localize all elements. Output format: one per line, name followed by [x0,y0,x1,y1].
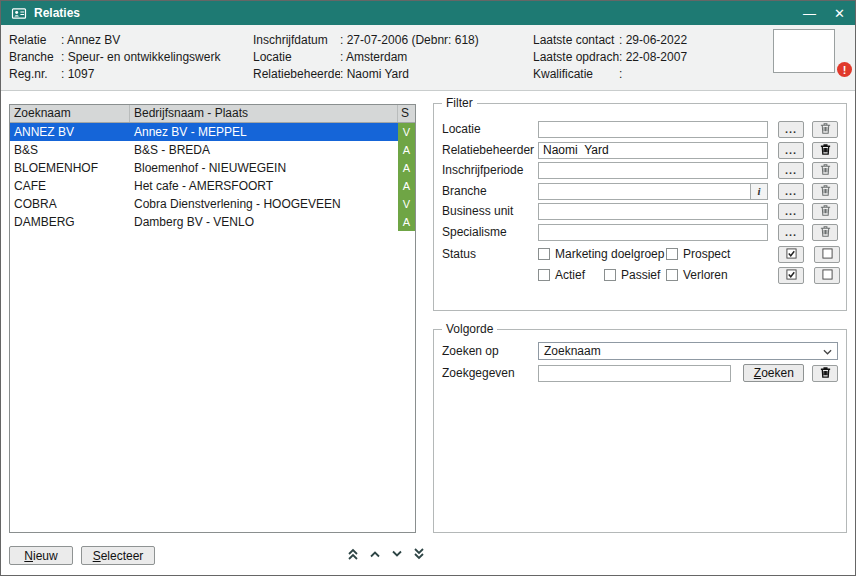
chevron-down-icon [390,547,404,564]
table-row[interactable]: COBRA Cobra Dienstverlening - HOOGEVEEN … [10,195,415,213]
zoeken-button[interactable]: Zoeken [743,364,804,382]
status-option: Marketing doelgroep [538,247,666,261]
alert-badge-icon[interactable]: ! [837,62,852,77]
cell-zoeknaam: BLOEMENHOF [10,159,130,177]
checkbox-label: Prospect [683,247,730,261]
column-header-bedrijfsnaam[interactable]: Bedrijfsnaam - Plaats [130,105,398,122]
business-unit-lookup-button[interactable]: ... [778,203,804,220]
business-unit-clear-button[interactable] [812,203,838,220]
double-chevron-down-icon [412,547,426,564]
checkbox-label: Marketing doelgroep [555,247,664,261]
actief-checkbox[interactable] [538,269,550,281]
branche-input[interactable] [538,183,751,200]
table-row[interactable]: B&S B&S - BREDA A [10,141,415,159]
header-info: Relatie: Annez BV Branche: Speur- en ont… [1,25,855,91]
specialisme-input[interactable] [538,224,768,241]
cell-zoeknaam: B&S [10,141,130,159]
field-label: Branche [9,49,61,66]
zoekgegeven-label: Zoekgegeven [442,366,538,380]
next-record-button[interactable] [389,547,405,563]
header-field: Relatie: Annez BV [9,32,220,49]
branche-clear-button[interactable] [812,183,838,200]
inschrijfperiode-lookup-button[interactable]: ... [778,162,804,179]
status-label: Status [442,247,538,261]
cell-status: A [398,159,415,177]
field-value: : [619,66,622,83]
status-option: Actief [538,268,604,282]
relatiebeheerder-lookup-button[interactable]: ... [778,142,804,159]
inschrijfperiode-clear-button[interactable] [812,162,838,179]
status-option: Passief [604,268,666,282]
cell-bedrijfsnaam: Annez BV - MEPPEL [130,123,398,141]
field-label: Reg.nr. [9,66,61,83]
table-row[interactable]: DAMBERG Damberg BV - VENLO A [10,213,415,231]
titlebar-buttons: — ✕ [803,7,845,20]
header-field: Branche: Speur- en ontwikkelingswerk [9,49,220,66]
trash-icon [819,143,832,158]
branche-info-button[interactable]: i [751,183,768,200]
filter-row-locatie: Locatie ... [442,120,838,138]
filter-row-specialisme: Specialisme ... [442,223,838,241]
zoekgegeven-input[interactable] [538,365,731,382]
status-row2-uncheck-all-button[interactable] [814,267,840,284]
status-row2-check-all-button[interactable] [778,267,804,284]
table-row[interactable]: ANNEZ BV Annez BV - MEPPEL V [10,123,415,141]
table-header-row: Zoeknaam Bedrijfsnaam - Plaats S [10,105,415,123]
field-value: : Amsterdam [340,49,407,66]
verloren-checkbox[interactable] [666,269,678,281]
zoekgegeven-row: Zoekgegeven Zoeken [442,364,838,382]
inschrijfperiode-input[interactable] [538,162,768,179]
trash-icon [819,163,832,178]
last-record-button[interactable] [411,547,427,563]
filter-row-relatiebeheerder: Relatiebeheerder ... [442,141,838,159]
checkbox-label: Verloren [683,268,728,282]
relatiebeheerder-clear-button[interactable] [812,142,838,159]
unchecked-box-icon [822,248,833,261]
volgorde-group-title: Volgorde [442,322,497,336]
marketing-doelgroep-checkbox[interactable] [538,248,550,260]
specialisme-clear-button[interactable] [812,224,838,241]
first-record-button[interactable] [345,547,361,563]
record-navigation [345,547,427,563]
specialisme-lookup-button[interactable]: ... [778,224,804,241]
field-label: Relatie [9,32,61,49]
locatie-clear-button[interactable] [812,121,838,138]
close-button[interactable]: ✕ [834,7,845,20]
column-header-zoeknaam[interactable]: Zoeknaam [10,105,130,122]
branche-lookup-button[interactable]: ... [778,183,804,200]
status-row1-check-all-button[interactable] [778,246,804,263]
column-header-status[interactable]: S [398,105,415,122]
nieuw-button[interactable]: Nieuw [9,546,73,565]
filter-label: Business unit [442,204,538,218]
status-row-2: Actief Passief Verloren [442,266,838,284]
cell-zoeknaam: DAMBERG [10,213,130,231]
locatie-lookup-button[interactable]: ... [778,121,804,138]
table-row[interactable]: CAFE Het cafe - AMERSFOORT A [10,177,415,195]
double-chevron-up-icon [346,547,360,564]
passief-checkbox[interactable] [604,269,616,281]
field-value: : Annez BV [61,32,120,49]
header-field: Inschrijfdatum: 27-07-2006 (Debnr: 618) [253,32,479,49]
zoekgegeven-clear-button[interactable] [812,365,838,382]
relatiebeheerder-input[interactable] [538,142,768,159]
table-row[interactable]: BLOEMENHOF Bloemenhof - NIEUWEGEIN A [10,159,415,177]
selecteer-button[interactable]: Selecteer [81,546,155,565]
header-field: Relatiebeheerde: Naomi Yard [253,66,479,83]
status-row1-uncheck-all-button[interactable] [814,246,840,263]
header-field: Kwalificatie: [533,66,687,83]
relations-table: Zoeknaam Bedrijfsnaam - Plaats S ANNEZ B… [9,104,416,533]
filter-label: Relatiebeheerder [442,143,538,157]
checked-box-icon [786,269,797,282]
field-label: Inschrijfdatum [253,32,340,49]
zoeken-op-select[interactable]: Zoeknaam [538,342,838,360]
relaties-window: Relaties — ✕ Relatie: Annez BV Branche: … [0,0,856,576]
field-value: : 27-07-2006 (Debnr: 618) [340,32,479,49]
cell-bedrijfsnaam: Het cafe - AMERSFOORT [130,177,398,195]
zoeken-op-value: Zoeknaam [544,344,601,358]
business-unit-input[interactable] [538,203,768,220]
previous-record-button[interactable] [367,547,383,563]
prospect-checkbox[interactable] [666,248,678,260]
locatie-input[interactable] [538,121,768,138]
minimize-button[interactable]: — [803,7,816,20]
header-column-2: Inschrijfdatum: 27-07-2006 (Debnr: 618) … [253,32,479,83]
